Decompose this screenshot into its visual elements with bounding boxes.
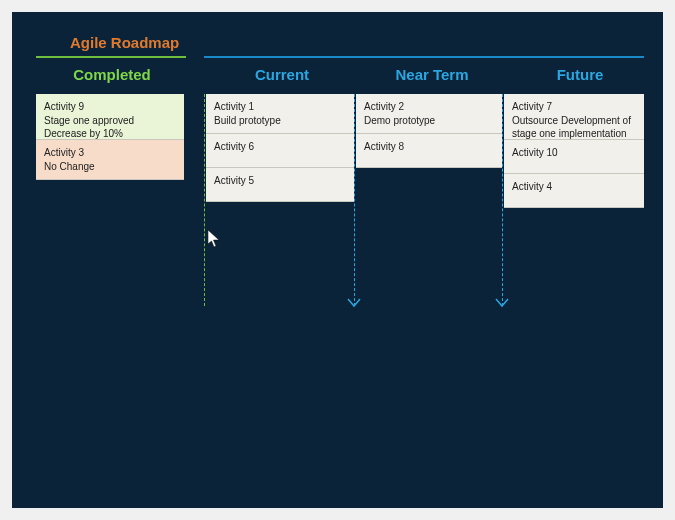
card-current-0[interactable]: Activity 1 Build prototype: [206, 94, 354, 134]
card-completed-0[interactable]: Activity 9 Stage one approvedDecrease by…: [36, 94, 184, 140]
completed-underline: [36, 56, 186, 58]
card-future-0[interactable]: Activity 7 Outsource Development of stag…: [504, 94, 644, 140]
card-future-1[interactable]: Activity 10: [504, 140, 644, 174]
roadmap-canvas: Agile Roadmap Completed Current Near Ter…: [12, 12, 663, 508]
card-title: Activity 9: [44, 100, 176, 114]
card-title: Activity 4: [512, 180, 636, 194]
card-future-2[interactable]: Activity 4: [504, 174, 644, 208]
column-header-future: Future: [510, 66, 650, 83]
card-title: Activity 10: [512, 146, 636, 160]
card-current-2[interactable]: Activity 5: [206, 168, 354, 202]
card-desc: Build prototype: [214, 114, 346, 128]
card-desc: Stage one approvedDecrease by 10%: [44, 114, 176, 141]
card-desc: Outsource Development of stage one imple…: [512, 114, 636, 141]
card-completed-1[interactable]: Activity 3 No Change: [36, 140, 184, 180]
page-title: Agile Roadmap: [70, 34, 179, 51]
divider-current-nearterm: [354, 94, 355, 306]
divider-nearterm-future: [502, 94, 503, 306]
card-title: Activity 7: [512, 100, 636, 114]
card-nearterm-0[interactable]: Activity 2 Demo prototype: [356, 94, 502, 134]
card-title: Activity 2: [364, 100, 494, 114]
card-title: Activity 5: [214, 174, 346, 188]
chevron-down-icon: [347, 298, 361, 312]
svg-marker-0: [208, 230, 219, 247]
main-underline: [204, 56, 644, 58]
card-title: Activity 1: [214, 100, 346, 114]
card-nearterm-1[interactable]: Activity 8: [356, 134, 502, 168]
card-desc: Demo prototype: [364, 114, 494, 128]
card-title: Activity 6: [214, 140, 346, 154]
column-header-current: Current: [212, 66, 352, 83]
card-current-1[interactable]: Activity 6: [206, 134, 354, 168]
card-title: Activity 3: [44, 146, 176, 160]
card-title: Activity 8: [364, 140, 494, 154]
column-header-nearterm: Near Term: [362, 66, 502, 83]
card-desc: No Change: [44, 160, 176, 174]
chevron-down-icon: [495, 298, 509, 312]
column-header-completed: Completed: [42, 66, 182, 83]
divider-completed-current: [204, 94, 205, 306]
cursor-icon: [208, 230, 220, 248]
